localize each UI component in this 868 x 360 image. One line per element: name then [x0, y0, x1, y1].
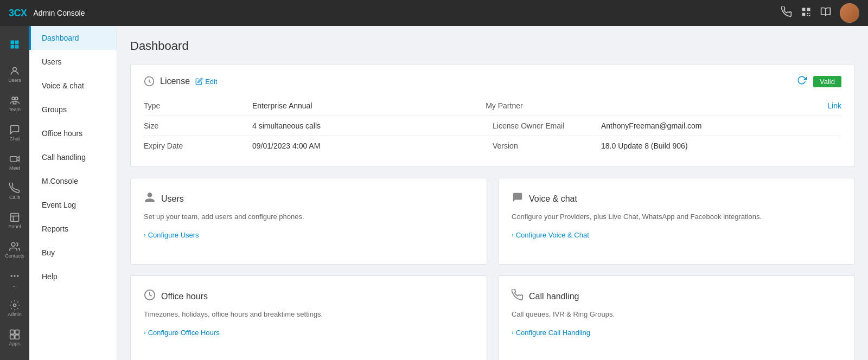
- nav-icon-panel[interactable]: Panel: [0, 206, 29, 235]
- svg-rect-1: [807, 8, 810, 11]
- voice-chat-card-title: Voice & chat: [529, 194, 577, 204]
- nav-label-panel: Panel: [8, 224, 21, 230]
- sidebar-item-call-handling[interactable]: Call handling: [29, 145, 117, 169]
- license-link[interactable]: Link: [827, 101, 841, 110]
- sidebar: Dashboard Users Voice & chat Groups Offi…: [29, 26, 117, 360]
- sidebar-item-reports[interactable]: Reports: [29, 217, 117, 241]
- logo: 3CX: [9, 8, 27, 19]
- cards-grid: Users Set up your team, add users and co…: [130, 178, 855, 360]
- license-version-value: 18.0 Update 8 (Build 906): [601, 142, 841, 150]
- svg-rect-9: [11, 45, 15, 49]
- license-expiry-value: 09/01/2023 4:00 AM: [252, 142, 493, 150]
- sidebar-item-office-hours[interactable]: Office hours: [29, 121, 117, 145]
- nav-label-team: Team: [9, 107, 21, 113]
- svg-rect-24: [15, 330, 20, 334]
- nav-icon-more[interactable]: ...: [0, 265, 29, 294]
- license-card: License Edit Valid Type Enterprise Annua…: [130, 64, 855, 167]
- svg-rect-0: [802, 8, 806, 11]
- nav-icon-apps[interactable]: Apps: [0, 323, 29, 352]
- license-title: License: [160, 76, 190, 86]
- svg-point-12: [12, 97, 15, 100]
- nav-label-contacts: Contacts: [5, 253, 24, 259]
- license-size-label: Size: [144, 121, 252, 130]
- license-email-value: AnthonyFreeman@gmail.com: [601, 121, 841, 130]
- page-title: Dashboard: [130, 39, 855, 53]
- nav-icon-calls[interactable]: Calls: [0, 177, 29, 206]
- nav-icon-team[interactable]: Team: [0, 89, 29, 118]
- qr-icon[interactable]: [801, 7, 812, 20]
- svg-point-22: [14, 304, 16, 306]
- nav-label-calls: Calls: [9, 195, 20, 201]
- chevron-icon: ›: [144, 329, 146, 336]
- nav-label-meet: Meet: [9, 165, 20, 171]
- sidebar-item-mconsole[interactable]: M.Console: [29, 169, 117, 193]
- license-header-right: Valid: [797, 75, 841, 87]
- svg-rect-4: [809, 12, 810, 14]
- nav-icon-admin[interactable]: Admin: [0, 294, 29, 323]
- configure-office-hours-link[interactable]: › Configure Office Hours: [144, 329, 474, 337]
- license-row-expiry: Expiry Date 09/01/2023 4:00 AM Version 1…: [144, 136, 841, 156]
- svg-rect-23: [10, 330, 15, 334]
- svg-rect-3: [807, 12, 809, 14]
- avatar[interactable]: [840, 3, 859, 23]
- valid-badge: Valid: [813, 76, 841, 87]
- svg-point-18: [11, 242, 15, 246]
- nav-label-chat: Chat: [9, 136, 20, 142]
- license-partner-label: My Partner: [486, 101, 594, 110]
- topbar-left: 3CX Admin Console: [9, 8, 85, 19]
- svg-point-19: [11, 275, 12, 277]
- svg-rect-5: [807, 15, 808, 16]
- sidebar-item-buy[interactable]: Buy: [29, 241, 117, 265]
- voice-chat-dashboard-card: Voice & chat Configure your Providers, p…: [498, 178, 855, 265]
- chevron-icon: ›: [512, 329, 514, 336]
- edit-icon: [195, 78, 203, 85]
- sidebar-item-groups[interactable]: Groups: [29, 98, 117, 121]
- users-dashboard-card: Users Set up your team, add users and co…: [130, 178, 487, 265]
- license-type-label: Type: [144, 101, 252, 110]
- svg-rect-7: [11, 41, 15, 44]
- svg-rect-10: [15, 45, 19, 49]
- license-icon: [144, 76, 155, 87]
- sidebar-item-help[interactable]: Help: [29, 265, 117, 288]
- svg-rect-2: [802, 12, 806, 16]
- license-table: Type Enterprise Annual My Partner Link S…: [144, 96, 841, 156]
- app-title: Admin Console: [34, 9, 85, 17]
- office-hours-card-header: Office hours: [144, 289, 474, 304]
- configure-voice-chat-link[interactable]: › Configure Voice & Chat: [512, 231, 841, 239]
- edit-link[interactable]: Edit: [195, 78, 217, 86]
- topbar-right: [781, 3, 859, 23]
- sidebar-item-users[interactable]: Users: [29, 50, 117, 74]
- chevron-icon: ›: [144, 232, 146, 238]
- office-hours-card-icon: [144, 289, 156, 304]
- chevron-icon: ›: [512, 232, 514, 238]
- voice-chat-card-desc: Configure your Providers, plus Live Chat…: [512, 211, 841, 222]
- license-expiry-label: Expiry Date: [144, 142, 252, 150]
- voice-chat-card-header: Voice & chat: [512, 191, 841, 206]
- license-version-label: Version: [493, 142, 601, 150]
- nav-icon-users[interactable]: Users: [0, 60, 29, 89]
- configure-call-handling-link[interactable]: › Configure Call Handling: [512, 329, 841, 337]
- users-card-icon: [144, 191, 156, 206]
- users-card-header: Users: [144, 191, 474, 206]
- nav-icon-dashboard[interactable]: [0, 30, 29, 60]
- call-handling-card-title: Call handling: [529, 292, 579, 301]
- sidebar-item-voice-chat[interactable]: Voice & chat: [29, 74, 117, 98]
- office-hours-card-title: Office hours: [161, 292, 208, 301]
- svg-point-11: [13, 67, 17, 71]
- phone-icon[interactable]: [781, 7, 792, 20]
- sidebar-item-dashboard[interactable]: Dashboard: [29, 26, 117, 50]
- users-card-title: Users: [161, 194, 184, 204]
- refresh-icon[interactable]: [797, 75, 807, 87]
- users-card-desc: Set up your team, add users and configur…: [144, 211, 474, 222]
- nav-icon-chat[interactable]: Chat: [0, 118, 29, 147]
- nav-icon-contacts[interactable]: Contacts: [0, 235, 29, 265]
- svg-rect-6: [809, 15, 810, 16]
- configure-users-link[interactable]: › Configure Users: [144, 231, 474, 239]
- office-hours-card-desc: Timezones, holidays, office hours and br…: [144, 309, 474, 320]
- license-type-value: Enterprise Annual: [252, 101, 486, 110]
- sidebar-item-event-log[interactable]: Event Log: [29, 193, 117, 217]
- nav-label-users: Users: [8, 78, 21, 83]
- book-icon[interactable]: [820, 7, 831, 20]
- svg-rect-25: [10, 335, 15, 339]
- nav-icon-meet[interactable]: Meet: [0, 147, 29, 177]
